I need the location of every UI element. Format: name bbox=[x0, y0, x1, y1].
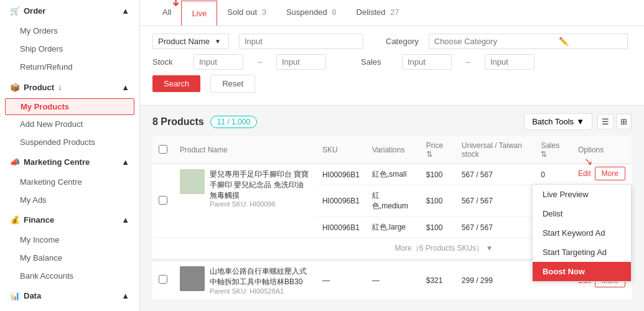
sidebar-section-order: 🛒 Order ▲ My Orders Ship Orders Return/R… bbox=[0, 0, 139, 76]
product-1-row3-variation: 紅色,large bbox=[366, 217, 420, 238]
product-arrow-down: ↓ bbox=[58, 82, 62, 92]
sales-sort-icon[interactable]: ⇅ bbox=[541, 150, 547, 159]
products-count-badge: 11 / 1,000 bbox=[210, 116, 257, 128]
price-sort-icon[interactable]: ⇅ bbox=[426, 150, 432, 159]
more-skus-link[interactable]: More（6 Products SKUs） ▼ bbox=[394, 244, 493, 253]
view-icons: ☰ ⊞ bbox=[597, 114, 632, 129]
dropdown-start-keyword-ad[interactable]: Start Keyword Ad bbox=[533, 223, 631, 243]
table-header-row: Product Name SKU Variations Price ⇅ Univ… bbox=[152, 136, 632, 164]
sidebar-item-ship-orders[interactable]: Ship Orders bbox=[0, 40, 139, 58]
sidebar-product-label: Product bbox=[24, 83, 54, 92]
filter-row-3: Search Reset bbox=[152, 75, 632, 93]
sidebar-section-order-header[interactable]: 🛒 Order ▲ bbox=[0, 0, 139, 22]
sidebar-item-bank-accounts[interactable]: Bank Accounts bbox=[0, 267, 139, 285]
sidebar-item-my-income[interactable]: My Income bbox=[0, 231, 139, 249]
search-button[interactable]: Search bbox=[152, 75, 200, 92]
stock-to-input[interactable] bbox=[276, 54, 326, 70]
sidebar-section-finance-header[interactable]: 💰 Finance ▲ bbox=[0, 209, 139, 231]
sidebar-item-my-ads[interactable]: My Ads bbox=[0, 191, 139, 209]
product-1-row3-sku: HI00096B1 bbox=[316, 217, 366, 238]
sidebar-section-marketing-header[interactable]: 📣 Marketing Centre ▲ bbox=[0, 151, 139, 173]
sales-to-input[interactable] bbox=[485, 54, 534, 70]
sidebar-finance-label: Finance bbox=[24, 215, 54, 225]
tab-arrow: ➜ bbox=[169, 0, 183, 7]
grid-view-icon[interactable]: ⊞ bbox=[616, 114, 632, 129]
stock-label: Stock bbox=[152, 57, 184, 67]
product-1-row1-price: $100 bbox=[420, 164, 455, 185]
category-input[interactable] bbox=[429, 34, 554, 49]
tab-live[interactable]: Live bbox=[181, 1, 217, 26]
col-price: Price ⇅ bbox=[420, 136, 455, 164]
edit-pencil-icon[interactable]: ✏️ bbox=[554, 34, 574, 49]
product-1-parent-sku: Parent SKU: HI00096 bbox=[210, 200, 310, 208]
category-label: Category bbox=[386, 37, 419, 46]
product-1-options: Edit ↘ More Live Preview Delist Start Ke… bbox=[578, 167, 625, 180]
tab-suspended[interactable]: Suspended 8 bbox=[276, 0, 347, 26]
boost-now-button[interactable]: Boost Now bbox=[533, 262, 631, 281]
suspended-badge: 8 bbox=[332, 7, 336, 17]
sidebar-marketing-label: Marketing Centre bbox=[24, 157, 90, 167]
data-icon: 📊 bbox=[10, 291, 20, 300]
product-2-sku: — bbox=[316, 260, 366, 300]
finance-chevron: ▲ bbox=[121, 215, 129, 225]
product-name-chevron: ▼ bbox=[215, 38, 221, 45]
tab-sold-out[interactable]: Sold out 3 bbox=[217, 0, 276, 26]
marketing-chevron: ▲ bbox=[121, 157, 129, 167]
product-1-image bbox=[180, 169, 205, 194]
products-title: 8 Products bbox=[152, 116, 204, 128]
sidebar-item-my-orders[interactable]: My Orders bbox=[0, 22, 139, 40]
sidebar-item-my-balance[interactable]: My Balance bbox=[0, 249, 139, 267]
more-btn-arrow: ↘ bbox=[584, 156, 592, 167]
tabs-bar: ➜ All Live Sold out 3 Suspended 8 Delist… bbox=[140, 0, 644, 26]
dropdown-live-preview[interactable]: Live Preview bbox=[533, 185, 631, 204]
stock-tilde: ～ bbox=[256, 57, 264, 68]
product-1-name: 嬰兒專用手足印手腳印台 寶寶手腳印 嬰兒紀念品 免洗印油 無毒觸摸 bbox=[210, 169, 310, 200]
product-name-select[interactable]: Product Name ▼ bbox=[152, 34, 229, 49]
product-2-name: 山地車公路自行車螺紋壓入式中軸拆卸工具中軸培林BB30 bbox=[210, 266, 310, 287]
list-view-icon[interactable]: ☰ bbox=[597, 114, 614, 129]
product-2-price: $321 bbox=[420, 260, 455, 300]
main-content: ➜ All Live Sold out 3 Suspended 8 Delist… bbox=[140, 0, 644, 311]
sidebar-section-finance: 💰 Finance ▲ My Income My Balance Bank Ac… bbox=[0, 209, 139, 285]
sidebar-item-suspended-products[interactable]: Suspended Products bbox=[0, 133, 139, 151]
product-1-row1-sku: HI00096B1 bbox=[316, 164, 366, 185]
product-1-row3-stock: 567 / 567 bbox=[455, 217, 534, 238]
product-chevron: ▲ bbox=[121, 83, 129, 92]
dropdown-start-targeting-ad[interactable]: Start Targeting Ad bbox=[533, 243, 631, 262]
product-1-edit-button[interactable]: Edit bbox=[578, 169, 591, 178]
dropdown-delist[interactable]: Delist bbox=[533, 204, 631, 223]
data-chevron: ▲ bbox=[121, 291, 129, 300]
sidebar-item-return-refund[interactable]: Return/Refund bbox=[0, 58, 139, 76]
tab-delisted[interactable]: Delisted 27 bbox=[347, 0, 409, 26]
sidebar-item-business-insights[interactable]: Business Insights bbox=[0, 307, 139, 311]
sidebar-section-product-header[interactable]: 📦 Product ↓ ▲ bbox=[0, 76, 139, 98]
product-1-row1-stock: 567 / 567 bbox=[455, 164, 534, 185]
sales-from-input[interactable] bbox=[402, 54, 452, 70]
col-options: Options bbox=[572, 136, 632, 164]
product-name-select-label: Product Name bbox=[158, 37, 210, 46]
product-2-details: 山地車公路自行車螺紋壓入式中軸拆卸工具中軸培林BB30 Parent SKU: … bbox=[210, 266, 310, 295]
delisted-badge: 27 bbox=[390, 7, 399, 17]
filter-area: Product Name ▼ Category ✏️ Stock ～ Sales… bbox=[140, 26, 644, 106]
product-2-parent-sku: Parent SKU: HI00528A1 bbox=[210, 287, 310, 295]
products-area: 8 Products 11 / 1,000 Batch Tools ▼ ☰ ⊞ … bbox=[140, 106, 644, 311]
product-1-more-button[interactable]: More bbox=[595, 167, 625, 180]
col-sales: Sales ⇅ bbox=[534, 136, 572, 164]
stock-from-input[interactable] bbox=[194, 54, 243, 70]
product-1-details: 嬰兒專用手足印手腳印台 寶寶手腳印 嬰兒紀念品 免洗印油 無毒觸摸 Parent… bbox=[210, 169, 310, 208]
sidebar-item-add-new-product[interactable]: Add New Product bbox=[0, 115, 139, 133]
product-1-row3-price: $100 bbox=[420, 217, 455, 238]
sidebar-item-marketing-centre[interactable]: Marketing Centre bbox=[0, 173, 139, 191]
product-1-row1-sales: 0 bbox=[534, 164, 572, 185]
product-1-checkbox[interactable] bbox=[159, 196, 167, 205]
sidebar-section-data-header[interactable]: 📊 Data ▲ bbox=[0, 285, 139, 307]
sold-out-badge: 3 bbox=[262, 7, 266, 17]
select-all-checkbox[interactable] bbox=[159, 145, 167, 154]
col-sku: SKU bbox=[316, 136, 366, 164]
reset-button[interactable]: Reset bbox=[210, 75, 255, 93]
product-name-input[interactable] bbox=[239, 34, 363, 49]
sidebar-item-my-products[interactable]: My Products bbox=[5, 98, 134, 115]
product-2-checkbox[interactable] bbox=[159, 275, 167, 284]
batch-tools-button[interactable]: Batch Tools ▼ bbox=[524, 113, 592, 130]
products-title-group: 8 Products 11 / 1,000 bbox=[152, 116, 257, 128]
